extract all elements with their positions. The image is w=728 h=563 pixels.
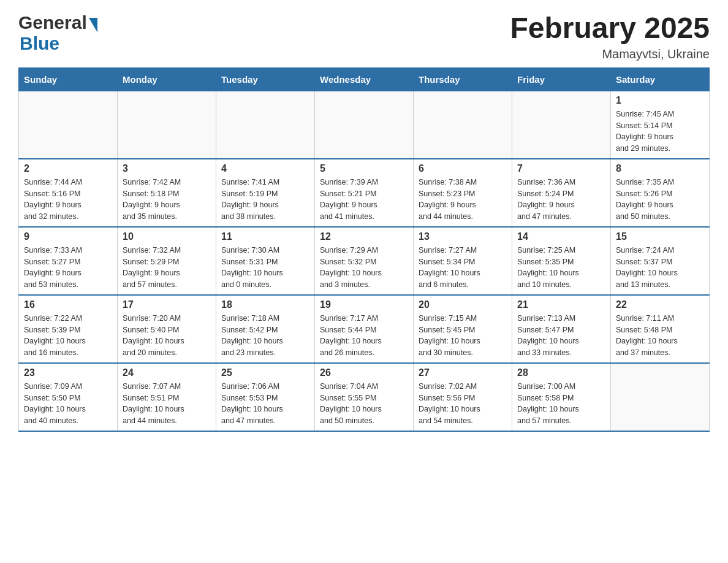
calendar-cell: 20Sunrise: 7:15 AMSunset: 5:45 PMDayligh…: [414, 295, 512, 363]
weekday-header-friday: Friday: [512, 67, 611, 91]
day-number: 20: [419, 299, 507, 310]
day-number: 12: [320, 231, 408, 242]
calendar-cell: 5Sunrise: 7:39 AMSunset: 5:21 PMDaylight…: [315, 159, 414, 227]
calendar-week-row: 9Sunrise: 7:33 AMSunset: 5:27 PMDaylight…: [19, 227, 710, 295]
day-number: 25: [221, 367, 309, 378]
calendar-cell: 22Sunrise: 7:11 AMSunset: 5:48 PMDayligh…: [611, 295, 710, 363]
calendar-cell: 27Sunrise: 7:02 AMSunset: 5:56 PMDayligh…: [414, 363, 512, 431]
day-info: Sunrise: 7:18 AMSunset: 5:42 PMDaylight:…: [221, 313, 309, 359]
day-info: Sunrise: 7:29 AMSunset: 5:32 PMDaylight:…: [320, 245, 408, 291]
day-info: Sunrise: 7:33 AMSunset: 5:27 PMDaylight:…: [24, 245, 112, 291]
logo-triangle-icon: [89, 18, 97, 33]
day-number: 4: [221, 163, 309, 174]
calendar-cell: 17Sunrise: 7:20 AMSunset: 5:40 PMDayligh…: [118, 295, 216, 363]
day-info: Sunrise: 7:22 AMSunset: 5:39 PMDaylight:…: [24, 313, 112, 359]
logo-blue-text: Blue: [20, 33, 59, 54]
location-label: Mamayvtsi, Ukraine: [510, 47, 710, 61]
day-info: Sunrise: 7:04 AMSunset: 5:55 PMDaylight:…: [320, 381, 408, 427]
day-number: 14: [517, 231, 605, 242]
day-number: 11: [221, 231, 309, 242]
weekday-header-sunday: Sunday: [19, 67, 118, 91]
day-number: 9: [24, 231, 112, 242]
day-number: 1: [616, 95, 704, 106]
day-number: 7: [517, 163, 605, 174]
day-info: Sunrise: 7:15 AMSunset: 5:45 PMDaylight:…: [419, 313, 507, 359]
calendar-cell: 15Sunrise: 7:24 AMSunset: 5:37 PMDayligh…: [611, 227, 710, 295]
day-number: 18: [221, 299, 309, 310]
calendar-cell: 14Sunrise: 7:25 AMSunset: 5:35 PMDayligh…: [512, 227, 611, 295]
calendar-week-row: 1Sunrise: 7:45 AMSunset: 5:14 PMDaylight…: [19, 91, 710, 159]
calendar-cell: 7Sunrise: 7:36 AMSunset: 5:24 PMDaylight…: [512, 159, 611, 227]
logo: General Blue: [18, 12, 99, 54]
day-number: 5: [320, 163, 408, 174]
day-number: 2: [24, 163, 112, 174]
logo-general-text: General: [18, 12, 87, 33]
day-number: 6: [419, 163, 507, 174]
day-info: Sunrise: 7:25 AMSunset: 5:35 PMDaylight:…: [517, 245, 605, 291]
day-info: Sunrise: 7:20 AMSunset: 5:40 PMDaylight:…: [123, 313, 211, 359]
calendar-cell: [19, 91, 118, 159]
day-number: 3: [123, 163, 211, 174]
calendar-table: SundayMondayTuesdayWednesdayThursdayFrid…: [18, 67, 710, 432]
calendar-cell: 26Sunrise: 7:04 AMSunset: 5:55 PMDayligh…: [315, 363, 414, 431]
calendar-cell: 12Sunrise: 7:29 AMSunset: 5:32 PMDayligh…: [315, 227, 414, 295]
calendar-cell: [216, 91, 315, 159]
day-info: Sunrise: 7:44 AMSunset: 5:16 PMDaylight:…: [24, 177, 112, 223]
day-number: 16: [24, 299, 112, 310]
calendar-cell: 21Sunrise: 7:13 AMSunset: 5:47 PMDayligh…: [512, 295, 611, 363]
day-number: 10: [123, 231, 211, 242]
day-number: 24: [123, 367, 211, 378]
calendar-cell: 18Sunrise: 7:18 AMSunset: 5:42 PMDayligh…: [216, 295, 315, 363]
calendar-cell: 8Sunrise: 7:35 AMSunset: 5:26 PMDaylight…: [611, 159, 710, 227]
calendar-week-row: 23Sunrise: 7:09 AMSunset: 5:50 PMDayligh…: [19, 363, 710, 431]
day-info: Sunrise: 7:02 AMSunset: 5:56 PMDaylight:…: [419, 381, 507, 427]
day-number: 15: [616, 231, 704, 242]
weekday-header-wednesday: Wednesday: [315, 67, 414, 91]
day-info: Sunrise: 7:41 AMSunset: 5:19 PMDaylight:…: [221, 177, 309, 223]
day-info: Sunrise: 7:38 AMSunset: 5:23 PMDaylight:…: [419, 177, 507, 223]
calendar-cell: 13Sunrise: 7:27 AMSunset: 5:34 PMDayligh…: [414, 227, 512, 295]
month-title: February 2025: [510, 12, 710, 45]
calendar-cell: 1Sunrise: 7:45 AMSunset: 5:14 PMDaylight…: [611, 91, 710, 159]
day-info: Sunrise: 7:11 AMSunset: 5:48 PMDaylight:…: [616, 313, 704, 359]
day-number: 22: [616, 299, 704, 310]
day-number: 23: [24, 367, 112, 378]
day-info: Sunrise: 7:13 AMSunset: 5:47 PMDaylight:…: [517, 313, 605, 359]
day-number: 27: [419, 367, 507, 378]
calendar-cell: 10Sunrise: 7:32 AMSunset: 5:29 PMDayligh…: [118, 227, 216, 295]
day-number: 8: [616, 163, 704, 174]
calendar-cell: 9Sunrise: 7:33 AMSunset: 5:27 PMDaylight…: [19, 227, 118, 295]
calendar-cell: 4Sunrise: 7:41 AMSunset: 5:19 PMDaylight…: [216, 159, 315, 227]
day-number: 17: [123, 299, 211, 310]
calendar-cell: [512, 91, 611, 159]
weekday-header-monday: Monday: [118, 67, 216, 91]
calendar-cell: [611, 363, 710, 431]
weekday-header-tuesday: Tuesday: [216, 67, 315, 91]
calendar-cell: 2Sunrise: 7:44 AMSunset: 5:16 PMDaylight…: [19, 159, 118, 227]
calendar-cell: 25Sunrise: 7:06 AMSunset: 5:53 PMDayligh…: [216, 363, 315, 431]
weekday-header-saturday: Saturday: [611, 67, 710, 91]
day-info: Sunrise: 7:27 AMSunset: 5:34 PMDaylight:…: [419, 245, 507, 291]
calendar-cell: 6Sunrise: 7:38 AMSunset: 5:23 PMDaylight…: [414, 159, 512, 227]
day-number: 13: [419, 231, 507, 242]
day-info: Sunrise: 7:35 AMSunset: 5:26 PMDaylight:…: [616, 177, 704, 223]
day-info: Sunrise: 7:45 AMSunset: 5:14 PMDaylight:…: [616, 109, 704, 155]
title-section: February 2025 Mamayvtsi, Ukraine: [510, 12, 710, 61]
day-info: Sunrise: 7:36 AMSunset: 5:24 PMDaylight:…: [517, 177, 605, 223]
day-info: Sunrise: 7:32 AMSunset: 5:29 PMDaylight:…: [123, 245, 211, 291]
day-info: Sunrise: 7:00 AMSunset: 5:58 PMDaylight:…: [517, 381, 605, 427]
day-number: 21: [517, 299, 605, 310]
day-info: Sunrise: 7:09 AMSunset: 5:50 PMDaylight:…: [24, 381, 112, 427]
calendar-cell: 16Sunrise: 7:22 AMSunset: 5:39 PMDayligh…: [19, 295, 118, 363]
calendar-cell: 24Sunrise: 7:07 AMSunset: 5:51 PMDayligh…: [118, 363, 216, 431]
calendar-week-row: 2Sunrise: 7:44 AMSunset: 5:16 PMDaylight…: [19, 159, 710, 227]
day-info: Sunrise: 7:30 AMSunset: 5:31 PMDaylight:…: [221, 245, 309, 291]
page-header: General Blue February 2025 Mamayvtsi, Uk…: [18, 12, 710, 61]
day-number: 19: [320, 299, 408, 310]
day-info: Sunrise: 7:42 AMSunset: 5:18 PMDaylight:…: [123, 177, 211, 223]
day-info: Sunrise: 7:24 AMSunset: 5:37 PMDaylight:…: [616, 245, 704, 291]
day-info: Sunrise: 7:06 AMSunset: 5:53 PMDaylight:…: [221, 381, 309, 427]
calendar-cell: 3Sunrise: 7:42 AMSunset: 5:18 PMDaylight…: [118, 159, 216, 227]
calendar-cell: [315, 91, 414, 159]
day-number: 28: [517, 367, 605, 378]
